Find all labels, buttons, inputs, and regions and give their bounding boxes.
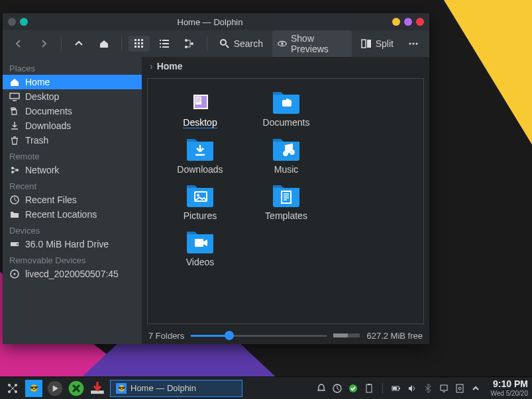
svg-rect-9 [160,40,161,41]
sidebar-item-desktop[interactable]: Desktop [3,89,142,104]
svg-rect-0 [134,39,136,41]
network-icon [9,165,20,175]
media-icon [46,380,64,397]
forward-button[interactable] [33,36,54,52]
pinned-app-1[interactable]: 😎 [25,380,42,397]
remote-header: Remote [3,148,142,163]
app-launcher[interactable] [4,380,21,397]
svg-point-31 [197,194,199,197]
folder-documents[interactable]: Documents [243,88,329,128]
sidebar-item-trash[interactable]: Trash [3,133,142,148]
overflow-icon [408,38,419,49]
svg-rect-11 [160,43,161,44]
icons-view-button[interactable] [129,36,150,52]
search-button[interactable]: Search [214,36,268,52]
back-button[interactable] [8,36,29,52]
task-dolphin[interactable]: 😎 Home — Dolphin [110,380,242,397]
status-bar: 7 Folders 627.2 MiB free [142,327,429,344]
disk-usage-bar [333,333,360,337]
svg-point-15 [185,39,187,42]
svg-rect-49 [456,384,463,392]
tray-expand-icon[interactable] [470,383,481,394]
battery-icon[interactable] [391,383,401,394]
split-button[interactable]: Split [356,36,399,52]
clipboard-icon[interactable] [364,383,374,394]
svg-rect-12 [162,43,169,44]
bluetooth-icon[interactable] [423,383,433,394]
details-view-button[interactable] [179,36,200,52]
eye-icon [278,38,287,49]
clock-tray-icon[interactable] [332,383,343,394]
svg-rect-46 [399,388,400,389]
file-view[interactable]: DesktopDocumentsDownloadsMusicPicturesTe… [147,78,424,324]
svg-rect-6 [134,46,136,48]
vault-icon[interactable] [454,383,465,394]
svg-rect-2 [141,39,143,41]
pinned-app-4[interactable] [89,380,106,397]
notifications-icon[interactable] [316,383,327,394]
pinned-app-2[interactable] [46,380,64,397]
svg-point-50 [458,387,461,390]
trash-icon [9,135,20,146]
svg-rect-22 [367,40,371,48]
sidebar-item-network[interactable]: Network [3,163,142,177]
folder-templates-icon [270,181,302,208]
item-count: 7 Folders [148,331,184,341]
pinned-app-3[interactable] [68,380,85,397]
folder-pictures[interactable]: Pictures [157,181,243,221]
minimize-button[interactable] [392,18,400,26]
close-button[interactable] [416,18,424,26]
search-icon [219,38,230,49]
network-tray-icon[interactable] [439,383,449,394]
sidebar-item-downloads[interactable]: Downloads [3,118,142,133]
folder-music[interactable]: Music [243,135,329,175]
disc-icon [9,269,20,279]
places-panel: Places HomeDesktopDocumentsDownloadsTras… [3,57,142,344]
folder-templates[interactable]: Templates [243,181,329,221]
folder-recent-icon [9,209,20,220]
svg-point-25 [415,43,417,45]
svg-rect-4 [138,42,140,44]
menu-button[interactable] [403,36,424,52]
svg-rect-33 [195,239,203,247]
volume-icon[interactable] [407,383,417,394]
svg-rect-13 [160,46,161,48]
svg-point-18 [221,40,226,45]
free-space: 627.2 MiB free [366,331,423,341]
svg-rect-40 [91,390,104,394]
show-previews-button[interactable]: Show Previews [272,30,352,57]
compact-view-button[interactable] [154,36,175,52]
window-title: Home — Dolphin [28,17,392,27]
desktop-icon [9,91,20,102]
folder-pictures-icon [184,181,216,208]
titlebar-btn-1[interactable] [8,18,16,26]
chevron-right-icon: › [150,61,153,71]
sidebar-item-livecd-2020050507-45[interactable]: livecd_2020050507:45 [3,267,142,281]
panel-clock[interactable]: 9:10 PM Wed 5/20/20 [485,379,528,396]
recent-header: Recent [3,177,142,193]
zoom-slider[interactable] [191,335,327,337]
up-button[interactable] [68,36,89,52]
sidebar-item-36-0-mib-hard-drive[interactable]: 36.0 MiB Hard Drive [3,237,142,251]
folder-downloads[interactable]: Downloads [157,135,243,175]
svg-point-23 [409,43,411,45]
home-button[interactable] [93,36,115,52]
taskbar: 😎 😎 Home — Dolphin 9:10 PM Wed 5/20/20 [0,377,532,399]
home-icon [99,38,109,49]
slider-handle[interactable] [225,331,234,340]
toolbar: Search Show Previews Split [3,30,429,57]
sidebar-item-recent-locations[interactable]: Recent Locations [3,207,142,222]
download-app-icon [89,380,106,397]
titlebar-btn-2[interactable] [20,18,28,26]
sidebar-item-documents[interactable]: Documents [3,104,142,118]
svg-rect-48 [441,385,447,390]
folder-videos-icon [184,228,216,254]
titlebar[interactable]: Home — Dolphin [3,13,429,30]
updates-icon[interactable] [348,383,358,394]
sidebar-item-recent-files[interactable]: Recent Files [3,193,142,207]
folder-desktop[interactable]: Desktop [157,88,243,128]
folder-videos[interactable]: Videos [157,228,243,267]
breadcrumb[interactable]: ›Home [142,57,429,75]
sidebar-item-home[interactable]: Home [3,75,142,89]
maximize-button[interactable] [404,18,412,26]
